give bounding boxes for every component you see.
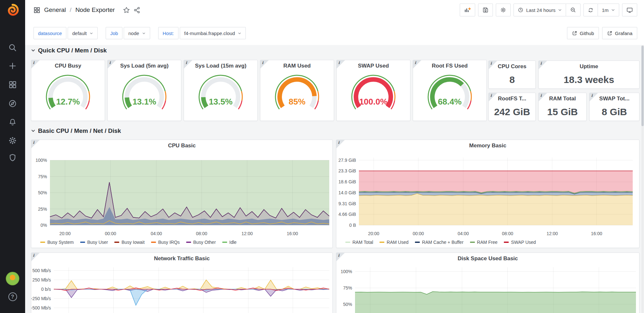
panel-info-icon[interactable]: i [489, 61, 497, 69]
dashboard-grid-icon[interactable] [34, 7, 40, 14]
breadcrumb-dashboard[interactable]: Node Exporter [75, 6, 115, 14]
legend-item[interactable]: Busy Iowait [114, 240, 145, 245]
panel-title[interactable]: RAM Used [260, 63, 334, 69]
scrollbar-thumb[interactable] [641, 46, 644, 126]
panel-sys-load-5m: i Sys Load (5m avg) 13.1% [107, 60, 181, 121]
panel-rootfs-total: i RootFS T... 242 GiB [488, 93, 536, 121]
panel-title[interactable]: Sys Load (5m avg) [108, 63, 181, 69]
refresh-button[interactable] [583, 4, 598, 16]
github-link[interactable]: Github [567, 27, 599, 39]
svg-text:100%: 100% [35, 158, 47, 163]
panel-title[interactable]: Uptime [539, 63, 639, 70]
panel-title[interactable]: Network Traffic Basic [31, 255, 332, 262]
panel-info-icon[interactable]: i [539, 93, 547, 101]
svg-text:75%: 75% [38, 174, 47, 179]
svg-text:50%: 50% [38, 190, 47, 195]
server-admin-shield-icon[interactable] [0, 153, 25, 162]
configuration-gear-icon[interactable] [0, 136, 25, 145]
cpu-basic-chart[interactable]: 100%75%50%25%0%20:0000:0004:0008:0012:00… [31, 140, 332, 248]
create-icon[interactable] [0, 61, 25, 70]
panel-title[interactable]: Disk Space Used Basic [336, 255, 639, 262]
legend-item[interactable]: Busy User [80, 240, 108, 245]
panel-title[interactable]: Memory Basic [336, 143, 639, 149]
panel-info-icon[interactable]: i [260, 60, 269, 69]
svg-text:20:00: 20:00 [368, 231, 379, 236]
legend-swatch [186, 242, 191, 243]
add-panel-button[interactable] [460, 4, 475, 16]
panel-info-icon[interactable]: i [108, 60, 116, 69]
kiosk-mode-button[interactable] [622, 4, 637, 16]
panel-info-icon[interactable]: i [489, 93, 497, 101]
memory-basic-chart[interactable]: 27.9 GiB23.3 GiB18.6 GiB14.0 GiB9.31 GiB… [336, 140, 639, 248]
refresh-interval-picker[interactable]: 1m [598, 4, 619, 16]
panel-title[interactable]: CPU Busy [31, 63, 105, 69]
panel-info-icon[interactable]: i [336, 140, 345, 148]
panel-info-icon[interactable]: i [31, 253, 40, 261]
legend-item[interactable]: RAM Used [380, 240, 409, 245]
panel-title[interactable]: SWAP Used [337, 63, 410, 69]
dashboard-links: Github Grafana [567, 27, 637, 39]
panel-info-icon[interactable]: i [337, 60, 345, 69]
legend-item[interactable]: RAM Total [345, 240, 373, 245]
svg-text:100%: 100% [341, 269, 352, 274]
scrollbar[interactable] [641, 45, 644, 313]
variable-value-text: node [128, 31, 139, 36]
variable-label-job: Job [106, 27, 122, 39]
variable-value-host[interactable]: f4-mumbai.frappe.cloud [180, 27, 246, 39]
grafana-link[interactable]: Grafana [602, 27, 637, 39]
panel-info-icon[interactable]: i [31, 60, 40, 69]
grafana-logo[interactable] [0, 3, 25, 17]
panel-title[interactable]: CPU Basic [31, 143, 332, 149]
dashboards-icon[interactable] [0, 80, 25, 89]
legend-item[interactable]: SWAP Used [504, 240, 536, 245]
legend-item[interactable]: Busy Other [186, 240, 216, 245]
share-icon[interactable] [134, 7, 140, 14]
dashboard-toolbar: Last 24 hours 1m [460, 4, 637, 16]
help-icon[interactable]: ? [0, 292, 25, 301]
user-avatar[interactable] [0, 272, 25, 285]
svg-text:25%: 25% [38, 207, 47, 212]
panel-title[interactable]: Sys Load (15m avg) [184, 63, 257, 69]
panel-uptime: i Uptime 18.3 weeks [538, 60, 639, 89]
github-link-label: Github [580, 31, 594, 36]
legend-swatch [40, 242, 45, 243]
panel-info-icon[interactable]: i [336, 253, 345, 261]
legend-item[interactable]: RAM Cache + Buffer [415, 240, 464, 245]
panel-info-icon[interactable]: i [590, 93, 598, 101]
svg-text:12:00: 12:00 [547, 231, 558, 236]
panel-info-icon[interactable]: i [31, 140, 40, 148]
legend-item[interactable]: Busy IRQs [151, 240, 180, 245]
svg-text:85%: 85% [289, 97, 305, 106]
svg-text:08:00: 08:00 [196, 231, 207, 236]
dashboard-settings-button[interactable] [496, 4, 511, 16]
section-basic-cpu-mem-net-disk[interactable]: Basic CPU / Mem / Net / Disk [31, 127, 121, 134]
panel-info-icon[interactable]: i [539, 61, 547, 69]
explore-compass-icon[interactable] [0, 99, 25, 108]
panel-info-icon[interactable]: i [184, 60, 192, 69]
panel-info-icon[interactable]: i [413, 60, 421, 69]
legend-item[interactable]: Busy System [40, 240, 74, 245]
svg-text:0%: 0% [41, 223, 47, 228]
variable-value-job[interactable]: node [124, 27, 150, 39]
breadcrumb-separator: / [70, 6, 72, 14]
save-button[interactable] [478, 4, 493, 16]
zoom-out-button[interactable] [566, 4, 581, 16]
legend-swatch [151, 242, 156, 243]
search-icon[interactable] [0, 43, 25, 52]
svg-text:4.66 GiB: 4.66 GiB [339, 212, 356, 217]
network-traffic-chart[interactable]: 500 Mb/s250 Mb/s0 b/s-250 Mb/s-500 Mb/s [31, 253, 332, 313]
time-range-picker[interactable]: Last 24 hours [514, 4, 566, 16]
section-quick-cpu-mem-disk[interactable]: Quick CPU / Mem / Disk [31, 47, 107, 54]
legend-item[interactable]: RAM Free [470, 240, 498, 245]
breadcrumb-folder[interactable]: General [44, 6, 66, 14]
svg-text:04:00: 04:00 [457, 231, 469, 236]
refresh-interval-label: 1m [602, 7, 609, 13]
svg-text:18.6 GiB: 18.6 GiB [339, 179, 356, 184]
panel-title[interactable]: Root FS Used [413, 63, 486, 69]
alerting-bell-icon[interactable] [0, 118, 25, 127]
star-icon[interactable] [123, 7, 130, 14]
variable-value-datasource[interactable]: default [68, 27, 98, 39]
legend-swatch [114, 242, 119, 243]
disk-space-chart[interactable]: 100%75%50% [336, 253, 639, 313]
legend-item[interactable]: Idle [222, 240, 237, 245]
